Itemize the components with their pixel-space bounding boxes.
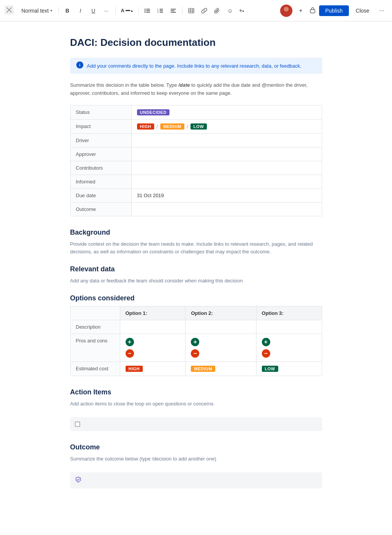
table-row: Contributors bbox=[70, 161, 322, 175]
italic-button[interactable]: I bbox=[75, 5, 86, 16]
minus-circle-icon-3[interactable]: − bbox=[262, 349, 270, 358]
pros-cons-opt3[interactable]: + − bbox=[256, 334, 322, 362]
minus-circle-icon[interactable]: − bbox=[126, 349, 134, 358]
chevron-down-icon: ▾ bbox=[50, 8, 52, 13]
pros-cons-cell: + − bbox=[126, 338, 180, 358]
plus-circle-icon-3[interactable]: + bbox=[262, 338, 270, 346]
toolbar-divider-1 bbox=[58, 7, 59, 15]
options-col-empty bbox=[70, 306, 120, 320]
daci-label-driver: Driver bbox=[70, 133, 131, 147]
options-col-1: Option 1: bbox=[120, 306, 186, 320]
outcome-text-part2: to add another one) bbox=[171, 456, 216, 462]
outcome-input-area[interactable] bbox=[70, 472, 322, 488]
daci-value-approver[interactable] bbox=[131, 147, 322, 161]
description-opt2[interactable] bbox=[186, 320, 256, 334]
lock-icon[interactable] bbox=[309, 6, 316, 15]
checkbox[interactable] bbox=[75, 422, 80, 427]
daci-value-impact[interactable]: HIGH / MEDIUM / LOW bbox=[131, 119, 322, 133]
relevant-data-text[interactable]: Add any data or feedback the team should… bbox=[70, 277, 322, 285]
row-label-description: Description bbox=[70, 320, 120, 334]
publish-button[interactable]: Publish bbox=[319, 5, 349, 16]
pros-cons-opt2[interactable]: + − bbox=[186, 334, 256, 362]
insert-button[interactable]: + ▴ bbox=[237, 5, 246, 16]
info-banner: i Add your comments directly to the page… bbox=[70, 58, 322, 74]
daci-value-status[interactable]: UNDECIDED bbox=[131, 105, 322, 119]
svg-rect-12 bbox=[160, 10, 163, 11]
table-button[interactable] bbox=[186, 5, 197, 16]
table-row: Approver bbox=[70, 147, 322, 161]
add-user-button[interactable]: + bbox=[295, 5, 306, 16]
options-col-3: Option 3: bbox=[256, 306, 322, 320]
chevron-up-icon: ▴ bbox=[131, 9, 133, 13]
info-icon: i bbox=[76, 62, 83, 70]
more-format-button[interactable]: ··· bbox=[101, 5, 112, 16]
bullet-list-button[interactable] bbox=[142, 5, 153, 16]
minus-circle-icon-2[interactable]: − bbox=[191, 349, 199, 358]
attach-button[interactable] bbox=[211, 5, 223, 16]
row-label-pros-cons: Pros and cons bbox=[70, 334, 120, 362]
outcome-icon bbox=[75, 476, 82, 485]
align-button[interactable] bbox=[168, 5, 179, 16]
toolbar-divider-4 bbox=[182, 7, 182, 15]
close-button[interactable]: Close bbox=[352, 5, 373, 16]
action-items-text: Add action items to close the loop on op… bbox=[70, 400, 322, 408]
daci-value-outcome[interactable] bbox=[131, 202, 322, 216]
link-button[interactable] bbox=[198, 5, 210, 16]
color-swatch bbox=[126, 10, 130, 11]
underline-button[interactable]: U bbox=[88, 5, 99, 16]
cost-opt2[interactable]: MEDIUM bbox=[186, 362, 256, 376]
cost-opt3[interactable]: LOW bbox=[256, 362, 322, 376]
svg-text:i: i bbox=[79, 63, 80, 67]
page-title[interactable]: DACI: Decision documentation bbox=[70, 37, 322, 49]
table-row: Status UNDECIDED bbox=[70, 105, 322, 119]
outcome-description: Summarize the outcome below (type /decis… bbox=[70, 455, 322, 463]
svg-point-3 bbox=[144, 8, 145, 10]
background-heading: Background bbox=[70, 229, 322, 237]
more-options-button[interactable]: ··· bbox=[376, 6, 387, 16]
text-style-label: Normal text bbox=[21, 8, 49, 14]
svg-rect-17 bbox=[171, 12, 176, 13]
bold-button[interactable]: B bbox=[62, 5, 73, 16]
impact-badges: HIGH / MEDIUM / LOW bbox=[137, 123, 316, 130]
numbered-list-button[interactable]: 1.2.3. bbox=[155, 5, 166, 16]
description-opt3[interactable] bbox=[256, 320, 322, 334]
table-row: Estimated cost HIGH MEDIUM LOW bbox=[70, 362, 322, 376]
svg-rect-4 bbox=[146, 9, 150, 10]
svg-point-7 bbox=[144, 11, 145, 13]
text-style-dropdown[interactable]: Normal text ▾ bbox=[18, 6, 55, 15]
cost-opt1[interactable]: HIGH bbox=[120, 362, 186, 376]
color-button[interactable]: A ▴ bbox=[119, 5, 135, 16]
toolbar-divider-2 bbox=[115, 7, 116, 15]
plus-circle-icon-2[interactable]: + bbox=[191, 338, 199, 346]
slash-decision: /decision bbox=[152, 456, 171, 462]
action-items-heading: Action Items bbox=[70, 388, 322, 396]
table-row: Due date 31 Oct 2019 bbox=[70, 188, 322, 202]
badge-low[interactable]: LOW bbox=[190, 123, 207, 130]
daci-value-informed[interactable] bbox=[131, 175, 322, 188]
daci-value-contributors[interactable] bbox=[131, 161, 322, 175]
daci-label-approver: Approver bbox=[70, 147, 131, 161]
outcome-text-part1: Summarize the outcome below (type bbox=[70, 456, 152, 462]
svg-point-26 bbox=[284, 7, 288, 11]
avatar[interactable] bbox=[280, 5, 292, 17]
svg-rect-15 bbox=[171, 9, 176, 10]
badge-high[interactable]: HIGH bbox=[137, 123, 155, 130]
toolbar-right: + Publish Close ··· bbox=[280, 5, 387, 17]
badge-medium[interactable]: MEDIUM bbox=[160, 123, 185, 130]
daci-label-outcome: Outcome bbox=[70, 202, 131, 216]
emoji-button[interactable]: ☺ bbox=[224, 5, 236, 16]
row-label-cost: Estimated cost bbox=[70, 362, 120, 376]
background-text[interactable]: Provide context on the decision the team… bbox=[70, 240, 322, 256]
action-item-row[interactable] bbox=[70, 417, 322, 431]
svg-rect-6 bbox=[146, 10, 150, 11]
table-row: Outcome bbox=[70, 202, 322, 216]
plus-circle-icon[interactable]: + bbox=[126, 338, 134, 346]
description-opt1[interactable] bbox=[120, 320, 186, 334]
daci-label-status: Status bbox=[70, 105, 131, 119]
daci-value-duedate[interactable]: 31 Oct 2019 bbox=[131, 188, 322, 202]
daci-value-driver[interactable] bbox=[131, 133, 322, 147]
daci-label-informed: Informed bbox=[70, 175, 131, 188]
toolbar: Normal text ▾ B I U ··· A ▴ 1.2.3. ☺ + ▴ bbox=[0, 0, 392, 21]
logo-icon[interactable] bbox=[5, 5, 14, 16]
pros-cons-opt1[interactable]: + − bbox=[120, 334, 186, 362]
